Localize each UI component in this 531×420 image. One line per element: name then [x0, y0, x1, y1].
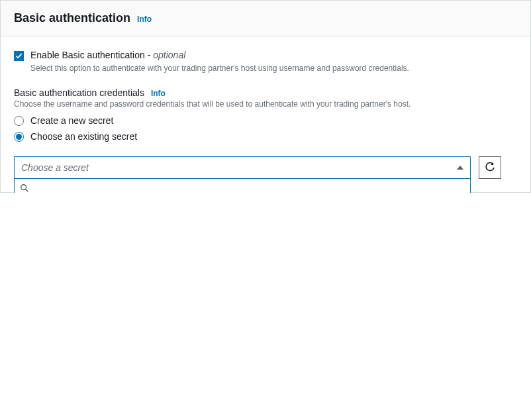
credentials-label: Basic authentication credentials	[14, 87, 144, 98]
radio-create[interactable]	[14, 116, 24, 126]
credentials-label-row: Basic authentication credentials Info	[14, 87, 517, 98]
enable-label-optional: optional	[153, 50, 185, 60]
enable-label-main: Enable Basic authentication -	[30, 50, 153, 60]
enable-hint: Select this option to authenticate with …	[30, 64, 517, 73]
secret-select-placeholder: Choose a secret	[21, 162, 89, 173]
secret-select-row: Choose a secret transfer/as2-test aws/tr…	[14, 156, 517, 179]
panel-title: Basic authentication	[14, 11, 130, 25]
chevron-up-icon	[457, 166, 463, 170]
radio-choose-label: Choose an existing secret	[30, 131, 137, 142]
radio-create-row[interactable]: Create a new secret	[14, 115, 517, 126]
enable-label: Enable Basic authentication - optional	[30, 50, 185, 60]
header-info-link[interactable]: Info	[137, 15, 152, 24]
secret-select-trigger[interactable]: Choose a secret	[14, 156, 471, 179]
refresh-icon	[485, 162, 495, 173]
basic-auth-panel: Basic authentication Info Enable Basic a…	[0, 0, 531, 193]
radio-choose[interactable]	[14, 132, 24, 142]
radio-create-label: Create a new secret	[30, 115, 113, 126]
refresh-button[interactable]	[479, 156, 501, 179]
check-icon	[15, 52, 23, 60]
svg-point-0	[21, 185, 26, 190]
dropdown-search-row	[15, 179, 470, 193]
credentials-info-link[interactable]: Info	[151, 89, 166, 98]
panel-body: Enable Basic authentication - optional S…	[1, 36, 530, 192]
panel-header: Basic authentication Info	[1, 1, 530, 36]
dropdown-search-input[interactable]	[34, 183, 465, 193]
credentials-hint: Choose the username and password credent…	[14, 99, 517, 109]
search-icon	[20, 184, 29, 193]
enable-checkbox[interactable]	[14, 51, 24, 61]
secret-dropdown: transfer/as2-test aws/transfer/c-9 aws/t…	[14, 179, 471, 193]
svg-line-1	[26, 189, 28, 192]
radio-choose-row[interactable]: Choose an existing secret	[14, 131, 517, 142]
enable-row: Enable Basic authentication - optional	[14, 50, 517, 61]
